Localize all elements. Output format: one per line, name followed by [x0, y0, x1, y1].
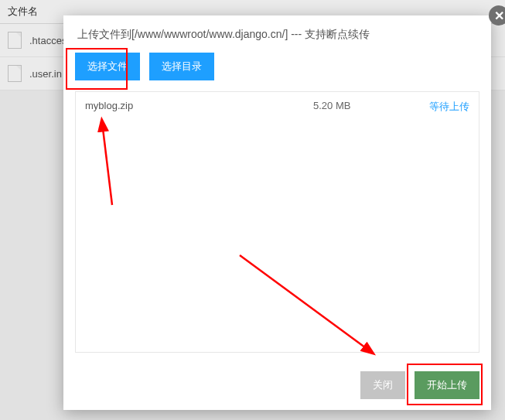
- modal-footer: 关闭 开始上传: [360, 371, 479, 399]
- close-button[interactable]: 关闭: [360, 371, 405, 399]
- modal-title: 上传文件到[/www/wwwroot/www.django.cn/] --- 支…: [63, 15, 491, 53]
- close-icon[interactable]: ✕: [489, 5, 505, 26]
- start-upload-button[interactable]: 开始上传: [415, 371, 479, 399]
- file-status: 等待上传: [429, 100, 469, 114]
- upload-modal: ✕ 上传文件到[/www/wwwroot/www.django.cn/] ---…: [63, 15, 491, 410]
- file-list-row[interactable]: myblog.zip 5.20 MB 等待上传: [76, 92, 479, 121]
- file-size: 5.20 MB: [313, 100, 429, 114]
- select-file-button[interactable]: 选择文件: [75, 53, 140, 80]
- file-list-area: myblog.zip 5.20 MB 等待上传: [75, 91, 479, 353]
- file-name: myblog.zip: [85, 100, 313, 114]
- modal-toolbar: 选择文件 选择目录: [63, 53, 491, 91]
- select-directory-button[interactable]: 选择目录: [149, 53, 214, 80]
